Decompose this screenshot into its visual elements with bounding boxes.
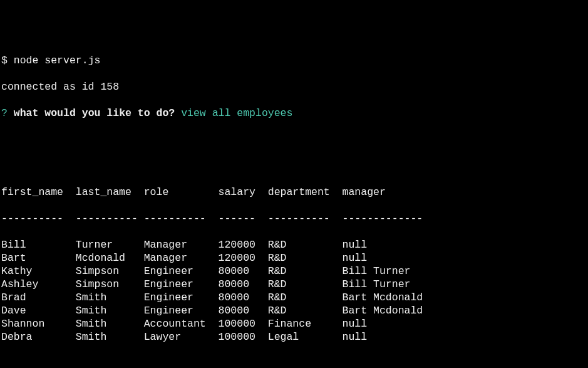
- table-cell: 80000: [219, 304, 268, 317]
- table-cell: R&D: [268, 304, 343, 317]
- status-line: connected as id 158: [1, 80, 587, 93]
- table-cell: R&D: [268, 238, 343, 251]
- table-cell: Engineer: [144, 265, 219, 278]
- prompt-answer: view all employees: [181, 107, 292, 119]
- table-header: first_namelast_namerolesalarydepartmentm…: [1, 186, 587, 199]
- table-cell: Accountant: [144, 317, 219, 330]
- col-department: department: [268, 186, 343, 199]
- command-text: node server.js: [14, 55, 101, 66]
- blank-line: [1, 357, 587, 368]
- table-row: BradSmithEngineer80000R&DBart Mcdonald: [1, 291, 587, 304]
- table-cell: Manager: [144, 238, 219, 251]
- table-cell: Smith: [76, 291, 144, 304]
- col-salary: salary: [219, 186, 268, 199]
- col-last-name: last_name: [76, 186, 144, 199]
- table-cell: Ashley: [1, 278, 76, 291]
- table-cell: Smith: [76, 304, 144, 317]
- table-cell: 120000: [219, 251, 268, 265]
- table-cell: 80000: [219, 265, 268, 278]
- table-cell: Kathy: [1, 265, 76, 278]
- table-row: KathySimpsonEngineer80000R&DBill Turner: [1, 265, 587, 278]
- table-cell: null: [343, 330, 467, 344]
- table-cell: Smith: [76, 317, 144, 330]
- table-cell: null: [343, 238, 467, 251]
- table-cell: Bill Turner: [343, 265, 467, 278]
- table-row: BillTurnerManager120000R&Dnull: [1, 238, 587, 251]
- blank-line: [1, 133, 587, 146]
- table-cell: Debra: [1, 330, 76, 344]
- table-cell: Bart Mcdonald: [343, 304, 467, 317]
- table-row: DebraSmithLawyer100000Legalnull: [1, 330, 587, 344]
- table-cell: null: [343, 251, 467, 265]
- table-cell: R&D: [268, 291, 343, 304]
- table-cell: Engineer: [144, 291, 219, 304]
- table-cell: Dave: [1, 304, 76, 317]
- table-cell: Simpson: [76, 265, 144, 278]
- question-text: what would you like to do?: [8, 107, 181, 119]
- table-row: BartMcdonaldManager120000R&Dnull: [1, 251, 587, 265]
- prompt-symbol: $: [1, 55, 14, 66]
- table-cell: 120000: [219, 238, 268, 251]
- answered-prompt: ? what would you like to do? view all em…: [1, 107, 587, 120]
- col-manager: manager: [343, 186, 467, 199]
- command-line: $ node server.js: [1, 54, 587, 67]
- table-cell: Finance: [268, 317, 343, 330]
- table-cell: 80000: [219, 291, 268, 304]
- table-cell: 80000: [219, 278, 268, 291]
- table-cell: Smith: [76, 330, 144, 344]
- question-mark-icon: ?: [1, 107, 8, 119]
- table-cell: Simpson: [76, 278, 144, 291]
- table-cell: Bill Turner: [343, 278, 467, 291]
- table-cell: Engineer: [144, 278, 219, 291]
- table-cell: Brad: [1, 291, 76, 304]
- table-cell: Mcdonald: [76, 251, 144, 265]
- table-cell: R&D: [268, 251, 343, 265]
- table-cell: Turner: [76, 238, 144, 251]
- table-cell: R&D: [268, 265, 343, 278]
- col-role: role: [144, 186, 219, 199]
- table-row: ShannonSmithAccountant100000Financenull: [1, 317, 587, 330]
- table-cell: Bart Mcdonald: [343, 291, 467, 304]
- table-cell: null: [343, 317, 467, 330]
- table-divider: ----------------------------------------…: [1, 212, 587, 225]
- table-cell: 100000: [219, 330, 268, 344]
- table-cell: 100000: [219, 317, 268, 330]
- col-first-name: first_name: [1, 186, 76, 199]
- table-cell: Lawyer: [144, 330, 219, 344]
- table-cell: Manager: [144, 251, 219, 265]
- table-cell: R&D: [268, 278, 343, 291]
- table-row: DaveSmithEngineer80000R&DBart Mcdonald: [1, 304, 587, 317]
- table-cell: Legal: [268, 330, 343, 344]
- table-cell: Engineer: [144, 304, 219, 317]
- blank-line: [1, 159, 587, 172]
- table-cell: Shannon: [1, 317, 76, 330]
- table-row: AshleySimpsonEngineer80000R&DBill Turner: [1, 278, 587, 291]
- table-cell: Bart: [1, 251, 76, 265]
- table-cell: Bill: [1, 238, 76, 251]
